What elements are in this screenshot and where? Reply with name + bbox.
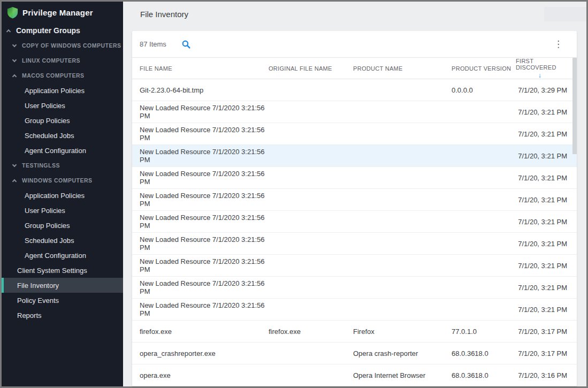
cell-file-name: New Loaded Resource 7/1/2020 3:21:56 PM: [140, 301, 269, 317]
cell-first-discovered: 7/1/20, 3:29 PM: [516, 86, 567, 94]
sidebar-item[interactable]: Application Policies: [2, 83, 123, 98]
table-row[interactable]: New Loaded Resource 7/1/2020 3:21:56 PM …: [132, 123, 577, 145]
sidebar-item[interactable]: Group Policies: [2, 113, 123, 128]
cell-file-name: opera.exe: [140, 371, 269, 379]
sidebar-item-label: File Inventory: [17, 282, 59, 290]
table-row[interactable]: Git-2.23.0-64-bit.tmp 0.0.0.0 7/1/20, 3:…: [132, 79, 577, 101]
sidebar-item[interactable]: COPY OF WINDOWS COMPUTERS: [2, 38, 123, 53]
sidebar-item-label: Client System Settings: [17, 267, 87, 275]
cell-first-discovered: 7/1/20, 3:16 PM: [516, 371, 567, 379]
app-logo-row: Privilege Manager: [2, 2, 123, 23]
vertical-scrollbar-thumb[interactable]: [572, 58, 577, 154]
table-body: Git-2.23.0-64-bit.tmp 0.0.0.0 7/1/20, 3:…: [132, 79, 577, 386]
cell-file-name: New Loaded Resource 7/1/2020 3:21:56 PM: [140, 148, 269, 164]
kebab-menu-icon[interactable]: ⋮: [554, 40, 563, 49]
sidebar-item-label: Application Policies: [25, 87, 85, 95]
sidebar-item[interactable]: User Policies: [2, 98, 123, 113]
cell-file-name: New Loaded Resource 7/1/2020 3:21:56 PM: [140, 170, 269, 186]
table-row[interactable]: opera.exe Opera Internet Browser 68.0.36…: [132, 364, 577, 386]
sort-descending-icon[interactable]: ↓: [538, 72, 541, 79]
sidebar-item[interactable]: File Inventory: [2, 278, 123, 293]
cell-first-discovered: 7/1/20, 3:21 PM: [516, 174, 567, 182]
sidebar-item[interactable]: Policy Events: [2, 293, 123, 308]
sidebar-item-label: WINDOWS COMPUTERS: [22, 177, 93, 184]
search-icon[interactable]: [181, 40, 191, 49]
table-row[interactable]: New Loaded Resource 7/1/2020 3:21:56 PM …: [132, 101, 577, 123]
table-row[interactable]: New Loaded Resource 7/1/2020 3:21:56 PM …: [132, 255, 577, 277]
cell-file-name: New Loaded Resource 7/1/2020 3:21:56 PM: [140, 279, 269, 295]
header-action-placeholder[interactable]: [544, 7, 586, 21]
chevron-icon: [12, 179, 17, 183]
sidebar-item-label: LINUX COMPUTERS: [22, 57, 80, 64]
sidebar-item[interactable]: MACOS COMPUTERS: [2, 68, 123, 83]
app-title: Privilege Manager: [22, 8, 93, 17]
sidebar-item[interactable]: Agent Configuration: [2, 248, 123, 263]
sidebar-item[interactable]: Application Policies: [2, 188, 123, 203]
page-title: File Inventory: [140, 10, 188, 19]
chevron-icon: [12, 74, 17, 78]
cell-original-file-name: firefox.exe: [269, 328, 353, 336]
sidebar-item-label: Scheduled Jobs: [25, 132, 74, 140]
cell-first-discovered: 7/1/20, 3:17 PM: [516, 349, 567, 357]
table-row[interactable]: New Loaded Resource 7/1/2020 3:21:56 PM …: [132, 145, 577, 167]
sidebar-item-label: Agent Configuration: [25, 252, 86, 260]
sidebar-item[interactable]: Scheduled Jobs: [2, 233, 123, 248]
cell-file-name: New Loaded Resource 7/1/2020 3:21:56 PM: [140, 214, 269, 230]
sidebar-item[interactable]: User Policies: [2, 203, 123, 218]
table-row[interactable]: New Loaded Resource 7/1/2020 3:21:56 PM …: [132, 233, 577, 255]
cell-file-name: New Loaded Resource 7/1/2020 3:21:56 PM: [140, 192, 269, 208]
sidebar-item[interactable]: TESTINGLSS: [2, 158, 123, 173]
sidebar: Privilege Manager Computer Groups COPY O…: [2, 2, 123, 386]
table-row[interactable]: New Loaded Resource 7/1/2020 3:21:56 PM …: [132, 211, 577, 233]
table-toolbar: 87 Items ⋮: [132, 31, 577, 57]
chevron-icon: [12, 162, 17, 166]
cell-product-version: 68.0.3618.0: [452, 349, 516, 357]
file-inventory-card: 87 Items ⋮ FILE NAME ORIGINAL FILE NAME …: [132, 31, 577, 386]
column-header-original-file-name[interactable]: ORIGINAL FILE NAME: [269, 65, 353, 72]
cell-file-name: opera_crashreporter.exe: [140, 349, 269, 357]
sidebar-item-label: Agent Configuration: [25, 147, 86, 155]
cell-first-discovered: 7/1/20, 3:21 PM: [516, 130, 567, 138]
sidebar-nav: Computer Groups COPY OF WINDOWS COMPUTER…: [2, 23, 123, 323]
app-window: Privilege Manager Computer Groups COPY O…: [0, 0, 588, 388]
sidebar-item[interactable]: WINDOWS COMPUTERS: [2, 173, 123, 188]
column-header-first-discovered[interactable]: FIRST DISCOVERED ↓: [516, 58, 567, 79]
sidebar-item-label: COPY OF WINDOWS COMPUTERS: [22, 42, 121, 49]
column-header-file-name[interactable]: FILE NAME: [140, 65, 269, 72]
cell-first-discovered: 7/1/20, 3:21 PM: [516, 262, 567, 270]
chevron-icon: [12, 57, 17, 62]
cell-first-discovered: 7/1/20, 3:21 PM: [516, 284, 567, 292]
sidebar-item[interactable]: Reports: [2, 308, 123, 323]
cell-first-discovered: 7/1/20, 3:21 PM: [516, 108, 567, 116]
cell-product-version: 77.0.1.0: [452, 328, 516, 336]
chevron-icon: [6, 29, 11, 33]
sidebar-item[interactable]: Computer Groups: [2, 23, 123, 38]
chevron-icon: [12, 42, 17, 47]
cell-first-discovered: 7/1/20, 3:21 PM: [516, 240, 567, 248]
table-row[interactable]: firefox.exe firefox.exe Firefox 77.0.1.0…: [132, 321, 577, 343]
sidebar-item[interactable]: Scheduled Jobs: [2, 128, 123, 143]
table-row[interactable]: New Loaded Resource 7/1/2020 3:21:56 PM …: [132, 189, 577, 211]
sidebar-item-label: User Policies: [25, 207, 65, 215]
cell-first-discovered: 7/1/20, 3:21 PM: [516, 196, 567, 204]
sidebar-item-label: Reports: [17, 311, 42, 319]
cell-product-version: 68.0.3618.0: [452, 371, 516, 379]
table-row[interactable]: New Loaded Resource 7/1/2020 3:21:56 PM …: [132, 167, 577, 189]
column-header-product-version[interactable]: PRODUCT VERSION: [452, 65, 516, 72]
cell-product-name: Opera crash-reporter: [353, 349, 452, 357]
cell-product-version: 0.0.0.0: [452, 86, 516, 94]
cell-file-name: New Loaded Resource 7/1/2020 3:21:56 PM: [140, 126, 269, 142]
sidebar-item-label: Scheduled Jobs: [25, 237, 74, 245]
sidebar-item[interactable]: Client System Settings: [2, 263, 123, 278]
table-row[interactable]: New Loaded Resource 7/1/2020 3:21:56 PM …: [132, 299, 577, 321]
sidebar-item[interactable]: LINUX COMPUTERS: [2, 53, 123, 68]
sidebar-item[interactable]: Group Policies: [2, 218, 123, 233]
cell-product-name: Opera Internet Browser: [353, 371, 452, 379]
cell-product-name: Firefox: [353, 328, 452, 336]
sidebar-item[interactable]: Agent Configuration: [2, 143, 123, 158]
items-count: 87 Items: [140, 40, 166, 48]
table-row[interactable]: New Loaded Resource 7/1/2020 3:21:56 PM …: [132, 277, 577, 299]
table-row[interactable]: opera_crashreporter.exe Opera crash-repo…: [132, 343, 577, 364]
cell-file-name: Git-2.23.0-64-bit.tmp: [140, 86, 269, 94]
column-header-product-name[interactable]: PRODUCT NAME: [353, 65, 452, 72]
